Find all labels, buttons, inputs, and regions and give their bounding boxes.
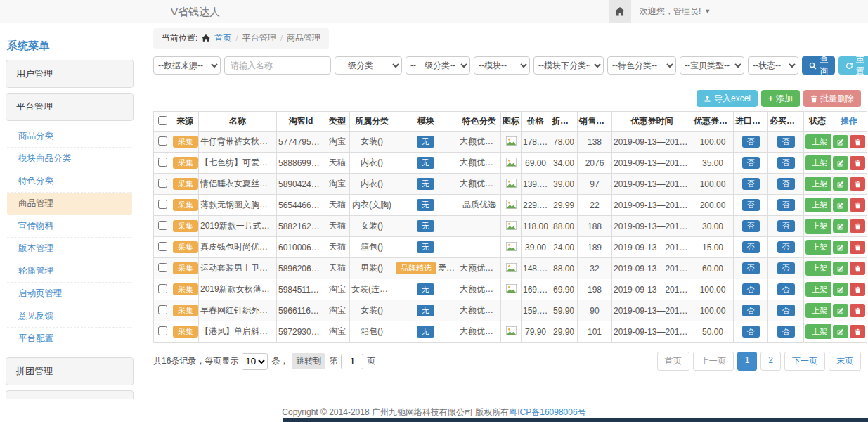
status-button[interactable]: 上架 <box>805 198 831 212</box>
delete-button[interactable] <box>850 219 865 233</box>
filter-select-0[interactable]: --数据来源-- <box>153 56 221 75</box>
row-checkbox[interactable] <box>158 242 167 251</box>
first-page-button[interactable]: 首页 <box>657 352 689 371</box>
sidebar-group-平台管理[interactable]: 平台管理 <box>6 93 134 121</box>
name-search-input[interactable] <box>224 56 331 75</box>
import-excel-button[interactable]: 导入excel <box>697 90 758 107</box>
filter-select-5[interactable]: --特色分类-- <box>607 56 676 75</box>
filter-select-6[interactable]: --宝贝类型-- <box>680 56 744 75</box>
sidebar-item-平台配置[interactable]: 平台配置 <box>7 328 132 350</box>
import-select-badge[interactable]: 否 <box>742 220 760 232</box>
row-checkbox[interactable] <box>158 179 167 188</box>
sidebar-group-拼团管理[interactable]: 拼团管理 <box>6 357 134 385</box>
user-menu[interactable]: 欢迎您，管理员! ▼ <box>631 0 719 23</box>
home-button[interactable] <box>609 0 631 23</box>
page-button-1[interactable]: 1 <box>737 352 758 371</box>
edit-button[interactable] <box>833 304 848 317</box>
must-buy-badge[interactable]: 否 <box>777 220 795 232</box>
per-page-select[interactable]: 10 <box>242 353 268 370</box>
status-button[interactable]: 上架 <box>805 155 831 170</box>
row-checkbox[interactable] <box>158 136 167 146</box>
import-select-badge[interactable]: 否 <box>742 241 760 253</box>
delete-button[interactable] <box>850 198 865 212</box>
edit-button[interactable] <box>833 156 848 170</box>
sidebar-item-商品管理[interactable]: 商品管理 <box>7 193 132 215</box>
breadcrumb-home-link[interactable]: 首页 <box>214 32 231 44</box>
status-button[interactable]: 上架 <box>805 324 831 339</box>
delete-button[interactable] <box>850 304 865 317</box>
must-buy-badge[interactable]: 否 <box>777 326 795 338</box>
filter-select-2[interactable]: --二级分类-- <box>406 56 470 75</box>
search-button[interactable]: 查询 <box>802 56 835 75</box>
edit-button[interactable] <box>833 283 848 296</box>
status-button[interactable]: 上架 <box>805 240 831 255</box>
delete-button[interactable] <box>850 241 865 254</box>
status-button[interactable]: 上架 <box>805 282 831 297</box>
row-checkbox[interactable] <box>158 158 167 167</box>
icp-link[interactable]: 粤ICP备16098006号 <box>509 407 585 417</box>
import-select-badge[interactable]: 否 <box>742 157 760 169</box>
edit-button[interactable] <box>833 198 848 212</box>
batch-delete-button[interactable]: 批量删除 <box>803 90 861 107</box>
status-button[interactable]: 上架 <box>805 177 831 191</box>
import-select-badge[interactable]: 否 <box>742 283 760 295</box>
delete-button[interactable] <box>850 325 865 338</box>
sidebar-item-启动页管理[interactable]: 启动页管理 <box>7 283 132 305</box>
delete-button[interactable] <box>850 283 865 296</box>
row-checkbox[interactable] <box>158 326 167 335</box>
status-button[interactable]: 上架 <box>805 134 831 149</box>
filter-select-1[interactable]: 一级分类 <box>335 56 402 75</box>
delete-button[interactable] <box>850 177 865 191</box>
edit-button[interactable] <box>833 325 848 338</box>
row-checkbox[interactable] <box>158 263 167 272</box>
must-buy-badge[interactable]: 否 <box>777 305 795 316</box>
row-checkbox[interactable] <box>158 221 167 230</box>
row-checkbox[interactable] <box>158 305 167 314</box>
must-buy-badge[interactable]: 否 <box>777 178 795 190</box>
must-buy-badge[interactable]: 否 <box>777 262 795 274</box>
must-buy-badge[interactable]: 否 <box>777 157 795 169</box>
row-checkbox[interactable] <box>158 284 167 293</box>
next-page-button[interactable]: 下一页 <box>784 352 825 371</box>
edit-button[interactable] <box>833 262 848 275</box>
sidebar-item-宣传物料[interactable]: 宣传物料 <box>7 215 132 238</box>
status-button[interactable]: 上架 <box>805 219 831 234</box>
edit-button[interactable] <box>833 177 848 191</box>
last-page-button[interactable]: 末页 <box>829 352 861 371</box>
filter-select-3[interactable]: --模块-- <box>474 56 530 75</box>
status-button[interactable]: 上架 <box>805 261 831 276</box>
reset-button[interactable]: 重置 <box>838 56 868 75</box>
import-select-badge[interactable]: 否 <box>742 178 760 190</box>
sidebar-item-商品分类[interactable]: 商品分类 <box>7 125 132 148</box>
filter-select-4[interactable]: --模块下分类-- <box>533 56 604 75</box>
sidebar-item-模块商品分类[interactable]: 模块商品分类 <box>7 148 132 170</box>
row-checkbox[interactable] <box>158 200 167 209</box>
delete-button[interactable] <box>850 156 865 170</box>
page-button-2[interactable]: 2 <box>760 352 781 371</box>
import-select-badge[interactable]: 否 <box>742 326 760 338</box>
must-buy-badge[interactable]: 否 <box>777 199 795 211</box>
sidebar-item-意见反馈[interactable]: 意见反馈 <box>7 305 132 328</box>
import-select-badge[interactable]: 否 <box>742 199 760 211</box>
import-select-badge[interactable]: 否 <box>742 262 760 274</box>
page-number-input[interactable] <box>341 354 363 369</box>
must-buy-badge[interactable]: 否 <box>777 136 795 148</box>
add-button[interactable]: + 添加 <box>761 90 800 107</box>
edit-button[interactable] <box>833 241 848 254</box>
delete-button[interactable] <box>850 135 865 148</box>
status-button[interactable]: 上架 <box>805 303 831 318</box>
delete-button[interactable] <box>850 262 865 275</box>
must-buy-badge[interactable]: 否 <box>777 241 795 253</box>
filter-select-7[interactable]: --状态-- <box>748 56 798 75</box>
sidebar-item-特色分类[interactable]: 特色分类 <box>7 170 132 193</box>
must-buy-badge[interactable]: 否 <box>777 283 795 295</box>
edit-button[interactable] <box>833 219 848 233</box>
sidebar-group-用户管理[interactable]: 用户管理 <box>6 60 134 88</box>
jump-button[interactable]: 跳转到 <box>292 353 325 369</box>
import-select-badge[interactable]: 否 <box>742 136 760 148</box>
edit-button[interactable] <box>833 135 848 148</box>
import-select-badge[interactable]: 否 <box>742 305 760 316</box>
prev-page-button[interactable]: 上一页 <box>693 352 734 371</box>
select-all-checkbox[interactable] <box>158 116 167 125</box>
sidebar-item-轮播管理[interactable]: 轮播管理 <box>7 260 132 283</box>
